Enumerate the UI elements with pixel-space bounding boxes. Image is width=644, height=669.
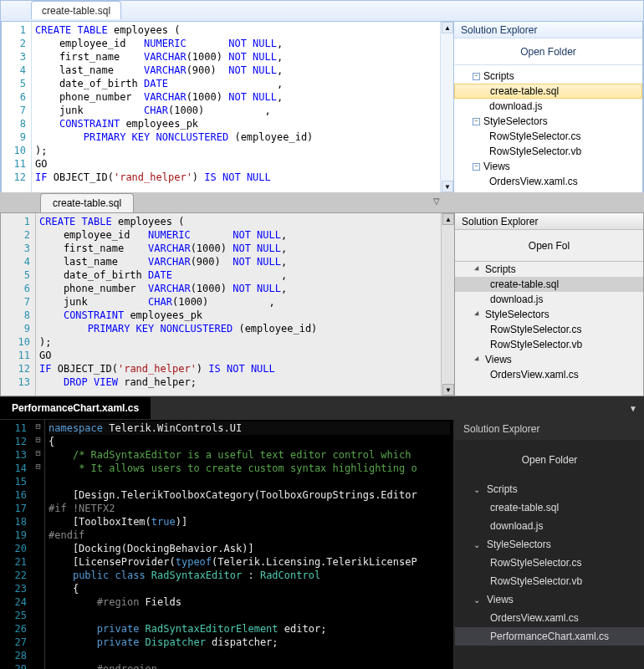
tree-folder[interactable]: ⌄Views	[455, 590, 644, 609]
tree-file[interactable]: RowStyleSelector.vb	[455, 337, 643, 352]
tree-item-label: download.js	[490, 520, 543, 532]
tree-item-label: RowStyleSelector.vb	[490, 575, 582, 587]
editor-tab[interactable]: create-table.sql	[40, 193, 134, 212]
expand-icon[interactable]: ⌄	[473, 540, 483, 549]
expand-icon[interactable]: ⌄	[473, 485, 483, 494]
tree-file[interactable]: RowStyleSelector.cs	[455, 322, 643, 337]
scroll-down-icon[interactable]: ▼	[442, 384, 454, 396]
tree-item-label: Views	[485, 354, 512, 365]
tree-item-label: RowStyleSelector.vb	[489, 146, 581, 157]
tree-item-label: create-table.sql	[490, 502, 559, 513]
tree-file[interactable]: RowStyleSelector.vb	[455, 572, 644, 590]
file-tree: ⌄Scriptscreate-table.sqldownload.js⌄Styl…	[455, 480, 644, 646]
tree-item-label: download.js	[489, 100, 542, 112]
tab-overflow-icon[interactable]: ▽	[433, 197, 440, 206]
expand-icon[interactable]: −	[473, 163, 480, 171]
tree-folder[interactable]: ⌄Scripts	[455, 480, 644, 498]
vertical-scrollbar[interactable]: ▲ ▼	[441, 213, 454, 396]
tree-file[interactable]: OrdersView.xaml.cs	[455, 367, 643, 382]
tab-bar: create-table.sql ▽	[0, 192, 644, 212]
open-folder-button[interactable]: Open Folder	[454, 38, 642, 65]
expand-icon[interactable]: −	[473, 118, 480, 125]
tree-item-label: OrdersView.xaml.cs	[490, 612, 579, 624]
tree-item-label: RowStyleSelector.vb	[490, 339, 582, 350]
tree-folder[interactable]: Views	[455, 352, 643, 367]
code-content[interactable]: CREATE TABLE employees ( employee_id NUM…	[36, 213, 441, 396]
tree-item-label: Scripts	[483, 70, 514, 82]
scroll-up-icon[interactable]: ▲	[442, 22, 453, 33]
line-gutter: 12345678910111213	[1, 213, 36, 396]
tree-folder[interactable]: −Scripts	[454, 69, 642, 84]
tree-item-label: StyleSelectors	[485, 309, 549, 320]
tree-file[interactable]: RowStyleSelector.vb	[454, 144, 642, 159]
tree-file[interactable]: download.js	[455, 292, 643, 307]
editor-tab[interactable]: PerformanceChart.xaml.cs	[0, 397, 151, 419]
tree-item-label: download.js	[490, 294, 543, 305]
solution-explorer-title: Solution Explorer	[455, 213, 643, 230]
solution-explorer: Solution Explorer Open Fol Scriptscreate…	[455, 212, 644, 396]
scroll-down-icon[interactable]: ▼	[442, 181, 453, 192]
tree-item-label: Views	[487, 594, 514, 605]
tree-folder[interactable]: ⌄StyleSelectors	[455, 535, 644, 554]
tree-item-label: Views	[483, 161, 510, 172]
tree-item-label: PerformanceChart.xaml.cs	[490, 631, 609, 642]
tree-item-label: create-table.sql	[490, 85, 559, 97]
tree-item-label: create-table.sql	[490, 278, 559, 290]
file-tree: −Scriptscreate-table.sqldownload.js−Styl…	[454, 65, 642, 192]
tree-file[interactable]: PerformanceChart.xaml.cs	[455, 627, 644, 646]
tree-file[interactable]: OrdersView.xaml.cs	[455, 609, 644, 627]
code-content[interactable]: CREATE TABLE employees ( employee_id NUM…	[32, 22, 440, 192]
expand-icon[interactable]	[474, 311, 481, 318]
pane-blue: create-table.sql 123456789101112 CREATE …	[0, 0, 644, 194]
tree-item-label: Scripts	[487, 483, 518, 495]
tab-bar: create-table.sql	[1, 1, 643, 21]
solution-explorer-title: Solution Explorer	[454, 22, 642, 38]
tree-file[interactable]: download.js	[454, 99, 642, 114]
tree-file[interactable]: create-table.sql	[455, 498, 644, 517]
line-gutter: 11121314151617181920212223242526272829	[0, 420, 32, 669]
editor-tab[interactable]: create-table.sql	[31, 1, 121, 19]
tree-item-label: RowStyleSelector.cs	[490, 557, 581, 569]
code-editor[interactable]: 12345678910111213 CREATE TABLE employees…	[0, 212, 455, 396]
tree-folder[interactable]: −StyleSelectors	[454, 114, 642, 129]
pane-gray: create-table.sql ▽ 12345678910111213 CRE…	[0, 192, 644, 396]
tree-item-label: StyleSelectors	[487, 539, 551, 550]
tab-bar: PerformanceChart.xaml.cs ▼	[0, 396, 644, 420]
open-folder-button[interactable]: Open Folder	[455, 440, 644, 480]
tree-file[interactable]: OrdersView.xaml.cs	[454, 174, 642, 189]
expand-icon[interactable]: ⌄	[473, 595, 483, 605]
tree-item-label: RowStyleSelector.cs	[490, 324, 581, 335]
open-folder-button[interactable]: Open Fol	[455, 230, 643, 262]
code-editor[interactable]: 123456789101112 CREATE TABLE employees (…	[1, 21, 454, 193]
solution-explorer: Solution Explorer Open Folder ⌄Scriptscr…	[455, 420, 644, 669]
tree-item-label: OrdersView.xaml.cs	[490, 369, 579, 380]
tree-file[interactable]: RowStyleSelector.cs	[455, 554, 644, 572]
tree-file[interactable]: create-table.sql	[455, 277, 643, 292]
file-tree: Scriptscreate-table.sqldownload.jsStyleS…	[455, 262, 643, 382]
expand-icon[interactable]: −	[473, 73, 480, 80]
tree-file[interactable]: RowStyleSelector.cs	[454, 129, 642, 144]
tree-file[interactable]: create-table.sql	[454, 84, 642, 99]
pane-dark: PerformanceChart.xaml.cs ▼ 1112131415161…	[0, 396, 644, 669]
tree-file[interactable]: download.js	[455, 517, 644, 535]
expand-icon[interactable]	[474, 266, 481, 273]
tree-item-label: StyleSelectors	[483, 115, 548, 127]
tree-folder[interactable]: StyleSelectors	[455, 307, 643, 322]
tree-item-label: RowStyleSelector.cs	[489, 130, 580, 142]
code-editor[interactable]: 11121314151617181920212223242526272829 ⊟…	[0, 420, 455, 669]
tree-item-label: Scripts	[485, 263, 516, 275]
tree-item-label: OrdersView.xaml.cs	[489, 176, 578, 187]
expand-icon[interactable]	[474, 356, 481, 363]
tree-folder[interactable]: Scripts	[455, 262, 643, 277]
tree-folder[interactable]: −Views	[454, 159, 642, 174]
tab-overflow-icon[interactable]: ▼	[629, 404, 637, 413]
fold-gutter[interactable]: ⊟ ⊟ ⊟⊟	[32, 420, 45, 669]
code-content[interactable]: namespace Telerik.WinControls.UI{ /* Rad…	[45, 420, 453, 669]
vertical-scrollbar[interactable]: ▲ ▼	[440, 22, 453, 192]
scroll-up-icon[interactable]: ▲	[442, 213, 454, 225]
line-gutter: 123456789101112	[2, 22, 32, 192]
solution-explorer: Solution Explorer Open Folder −Scriptscr…	[454, 21, 643, 193]
solution-explorer-title: Solution Explorer	[455, 420, 644, 440]
